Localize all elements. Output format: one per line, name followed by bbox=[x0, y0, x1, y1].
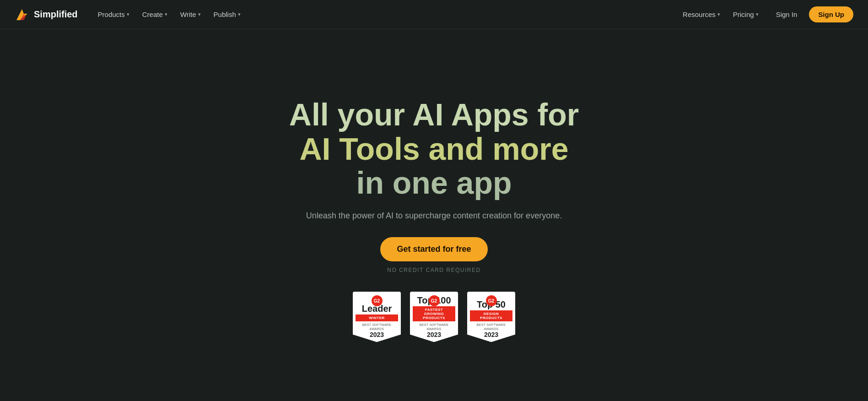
nav-item-products[interactable]: Products▾ bbox=[92, 7, 135, 22]
heading-line1: All your AI Apps for bbox=[289, 98, 579, 132]
nav-item-write[interactable]: Write▾ bbox=[175, 7, 206, 22]
hero-heading: All your AI Apps for AI Tools and more i… bbox=[289, 98, 579, 200]
badges-container: G2 Leader WINTER BEST SOFTWARE AWARDS 20… bbox=[353, 292, 515, 342]
g2-logo: G2 bbox=[486, 295, 497, 306]
nav-label: Write bbox=[180, 11, 196, 18]
nav-item-create[interactable]: Create▾ bbox=[137, 7, 173, 22]
logo-icon bbox=[15, 7, 29, 22]
brand-name: Simplified bbox=[34, 9, 78, 20]
chevron-down-icon: ▾ bbox=[198, 11, 201, 17]
nav-item-pricing[interactable]: Pricing▾ bbox=[728, 7, 764, 22]
chevron-down-icon: ▾ bbox=[127, 11, 129, 17]
nav-item-publish[interactable]: Publish▾ bbox=[208, 7, 246, 22]
hero-subtext: Unleash the power of AI to supercharge c… bbox=[306, 211, 562, 221]
badge-ribbon: WINTER bbox=[356, 314, 398, 321]
signup-button[interactable]: Sign Up bbox=[809, 6, 853, 22]
nav-left: Simplified Products▾Create▾Write▾Publish… bbox=[15, 7, 246, 22]
g2-logo: G2 bbox=[372, 295, 383, 306]
g2-logo: G2 bbox=[429, 295, 440, 306]
heading-line2: AI Tools and more bbox=[289, 132, 579, 166]
badge-subtitle: BEST SOFTWARE AWARDS bbox=[413, 323, 455, 331]
signin-button[interactable]: Sign In bbox=[768, 7, 806, 22]
navbar: Simplified Products▾Create▾Write▾Publish… bbox=[0, 0, 868, 29]
nav-secondary-links: Resources▾Pricing▾ bbox=[677, 7, 764, 22]
heading-line3: in one app bbox=[289, 166, 579, 200]
badge-subtitle: BEST SOFTWARE AWARDS bbox=[356, 323, 398, 331]
badge-subtitle: BEST SOFTWARE AWARDS bbox=[470, 323, 512, 331]
nav-main-links: Products▾Create▾Write▾Publish▾ bbox=[92, 7, 246, 22]
chevron-down-icon: ▾ bbox=[165, 11, 167, 17]
award-badge: G2 Leader WINTER BEST SOFTWARE AWARDS 20… bbox=[353, 292, 401, 342]
logo[interactable]: Simplified bbox=[15, 7, 78, 22]
nav-label: Pricing bbox=[733, 11, 754, 18]
award-badge: G2 Top 50 Design Products BEST SOFTWARE … bbox=[467, 292, 515, 342]
chevron-down-icon: ▾ bbox=[238, 11, 241, 17]
hero-section: All your AI Apps for AI Tools and more i… bbox=[0, 29, 868, 401]
nav-label: Create bbox=[142, 11, 163, 18]
badge-year: 2023 bbox=[484, 331, 498, 338]
nav-label: Resources bbox=[683, 11, 716, 18]
badge-year: 2023 bbox=[427, 331, 441, 338]
award-badge: G2 Top 100 Fastest Growing Products BEST… bbox=[410, 292, 458, 342]
nav-right: Resources▾Pricing▾ Sign In Sign Up bbox=[677, 6, 853, 22]
nav-label: Publish bbox=[214, 11, 236, 18]
badge-year: 2023 bbox=[370, 331, 384, 338]
badge-ribbon: Design Products bbox=[470, 310, 512, 321]
no-credit-label: NO CREDIT CARD REQUIRED bbox=[387, 267, 480, 273]
badge-ribbon: Fastest Growing Products bbox=[413, 306, 455, 321]
cta-button[interactable]: Get started for free bbox=[380, 237, 487, 261]
chevron-down-icon: ▾ bbox=[717, 11, 720, 17]
nav-item-resources[interactable]: Resources▾ bbox=[677, 7, 726, 22]
chevron-down-icon: ▾ bbox=[756, 11, 759, 17]
nav-label: Products bbox=[98, 11, 125, 18]
